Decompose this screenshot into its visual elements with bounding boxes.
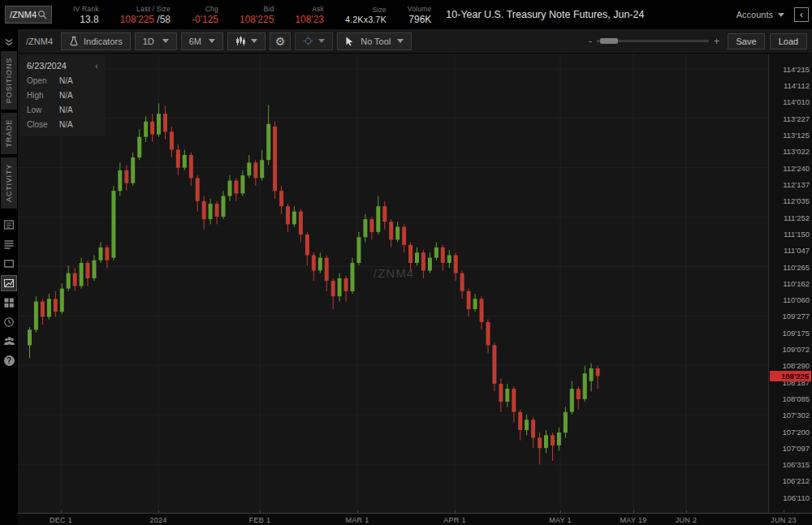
- stat-value: 108'225 /58: [120, 14, 171, 25]
- price-axis-label: 109'175: [782, 329, 810, 338]
- stat-value: 4.2Kx3.7K: [345, 15, 387, 24]
- range-dropdown[interactable]: 6M: [181, 32, 223, 50]
- last-price-tag: 108'225: [770, 371, 811, 381]
- watchlist-icon[interactable]: [0, 254, 18, 273]
- price-axis-label: 111'150: [784, 230, 810, 239]
- range-value: 6M: [189, 37, 201, 46]
- stat-last-size: Last / Size 108'225 /58: [120, 5, 171, 25]
- chart-type-dropdown[interactable]: [227, 32, 266, 50]
- price-axis-label: 107'200: [782, 428, 810, 437]
- time-axis-tick: [260, 510, 261, 514]
- flask-icon: [69, 36, 79, 46]
- ohlc-low-row: LowN/A: [27, 105, 98, 114]
- price-axis-label: 106'212: [782, 476, 810, 485]
- cursor-arrow-icon: [345, 37, 354, 46]
- chart-icon[interactable]: [1, 275, 17, 291]
- zoom-in-button[interactable]: +: [714, 36, 719, 47]
- price-axis-label: 107'097: [782, 444, 810, 453]
- chart-area[interactable]: /ZNM4 6/23/2024 ‹ OpenN/A HighN/A LowN/A…: [18, 54, 768, 513]
- save-button[interactable]: Save: [728, 33, 765, 49]
- price-axis-label: 114'112: [784, 81, 810, 90]
- indicators-label: Indicators: [84, 37, 123, 46]
- time-axis-tick: [61, 510, 62, 514]
- chevron-down-icon: [397, 39, 404, 43]
- drawing-tool-dropdown[interactable]: No Tool: [337, 32, 412, 50]
- time-axis[interactable]: DEC 12024FEB 1MAR 1APR 1MAY 1MAY 19JUN 2…: [18, 513, 812, 525]
- history-clock-icon[interactable]: [0, 312, 18, 332]
- accounts-dropdown[interactable]: Accounts: [736, 10, 784, 19]
- time-axis-label: MAR 1: [345, 516, 369, 524]
- price-axis-label: 107'302: [782, 411, 810, 420]
- price-axis-label: 106'110: [783, 493, 810, 502]
- chevron-down-icon: [251, 39, 257, 43]
- symbol-search-input[interactable]: /ZNM4: [5, 6, 52, 24]
- price-axis-label: 110'162: [783, 279, 810, 288]
- stat-iv-rank: IV Rank 13.8: [73, 5, 99, 25]
- quotes-icon[interactable]: [0, 235, 18, 254]
- price-axis-label: 114'215: [783, 65, 810, 74]
- zoom-slider[interactable]: [597, 40, 709, 42]
- chevron-down-icon: [209, 39, 215, 43]
- header-bar: /ZNM4 IV Rank 13.8 Last / Size 108'225 /…: [0, 0, 812, 29]
- chevron-left-icon: ‹: [800, 9, 803, 20]
- price-axis-label: 106'315: [782, 460, 810, 469]
- trading-platform: /ZNM4 IV Rank 13.8 Last / Size 108'225 /…: [0, 0, 812, 525]
- price-axis-label: 109'072: [782, 345, 810, 354]
- time-axis-tick: [633, 510, 634, 514]
- gear-icon: ⚙: [275, 35, 286, 48]
- load-button[interactable]: Load: [770, 33, 807, 49]
- drawing-tool-value: No Tool: [361, 37, 391, 46]
- help-icon[interactable]: ?: [0, 351, 18, 371]
- ohlc-close-row: CloseN/A: [27, 120, 98, 129]
- price-axis-label: 111'047: [784, 246, 810, 255]
- time-axis-tick: [455, 510, 456, 514]
- price-axis-label: 109'277: [782, 312, 810, 321]
- time-axis-label: DEC 1: [50, 516, 72, 524]
- zoom-slider-handle[interactable]: [600, 38, 618, 44]
- accounts-label: Accounts: [736, 10, 773, 19]
- price-axis-label: 113'125: [783, 131, 810, 140]
- crosshair-icon: [303, 36, 313, 46]
- price-axis-label: 114'010: [783, 97, 810, 106]
- price-axis-label: 110'060: [783, 295, 810, 304]
- ohlc-date[interactable]: 6/23/2024: [27, 61, 67, 71]
- stat-label: Size: [372, 6, 386, 14]
- price-axis-label: 113'227: [783, 114, 810, 123]
- indicators-button[interactable]: Indicators: [61, 32, 131, 50]
- price-axis-label: 113'022: [783, 147, 810, 156]
- ohlc-collapse-chevron-icon[interactable]: ‹: [95, 61, 98, 71]
- stat-volume: Volume 796K: [408, 5, 432, 25]
- price-axis[interactable]: 114'215114'112114'010113'227113'125113'0…: [768, 54, 812, 513]
- candlestick-chart: [18, 54, 768, 513]
- dashboard-grid-icon[interactable]: [0, 293, 18, 312]
- follow-traders-icon[interactable]: [0, 332, 18, 351]
- zoom-out-button[interactable]: -: [589, 36, 592, 47]
- crosshair-dropdown[interactable]: [295, 32, 333, 50]
- price-axis-label: 110'265: [783, 263, 810, 272]
- collapse-panel-button[interactable]: ‹: [794, 7, 809, 22]
- ohlc-info-panel: 6/23/2024 ‹ OpenN/A HighN/A LowN/A Close…: [19, 55, 106, 136]
- sidebar-tab-positions[interactable]: POSITIONS: [1, 51, 17, 110]
- price-axis-label: 112'035: [783, 196, 810, 205]
- stat-value: 796K: [408, 14, 431, 25]
- chart-settings-button[interactable]: ⚙: [270, 32, 292, 50]
- stat-label: Volume: [408, 5, 432, 13]
- stat-ask: Ask 108'23: [295, 5, 324, 25]
- timeframe-dropdown[interactable]: 1D: [135, 32, 177, 50]
- double-chevron-down-icon: [3, 37, 15, 48]
- price-axis-label: 108'290: [782, 361, 810, 370]
- time-axis-tick: [560, 510, 561, 514]
- time-axis-label: MAY 19: [620, 516, 647, 524]
- chevron-down-icon: [778, 13, 784, 17]
- time-axis-label: JUN 23: [771, 516, 797, 524]
- time-axis-label: FEB 1: [249, 516, 271, 524]
- instrument-title: 10-Year U.S. Treasury Note Futures, Jun-…: [446, 9, 644, 20]
- journal-icon[interactable]: [0, 215, 18, 235]
- stat-label: IV Rank: [73, 5, 99, 13]
- sidebar-tab-activity[interactable]: ACTIVITY: [1, 157, 17, 209]
- price-axis-label: 111'252: [784, 213, 810, 222]
- stat-value: -0'125: [192, 14, 218, 25]
- search-icon: [37, 10, 47, 19]
- sidebar-collapse-button[interactable]: [0, 37, 18, 48]
- sidebar-tab-trade[interactable]: TRADE: [1, 113, 17, 154]
